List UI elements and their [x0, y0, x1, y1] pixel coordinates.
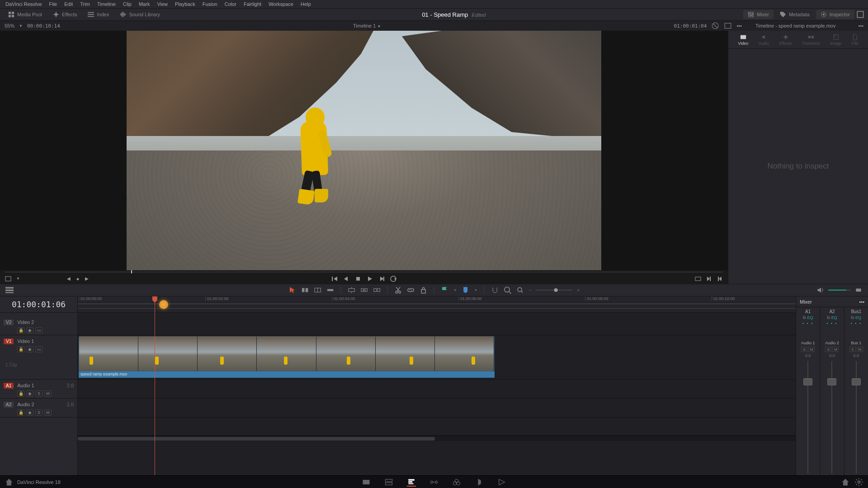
- snap-button[interactable]: [491, 286, 499, 294]
- replace-clip-button[interactable]: [373, 286, 381, 294]
- out-point-icon[interactable]: [716, 275, 723, 282]
- menu-color[interactable]: Color: [221, 1, 240, 7]
- insert-clip-button[interactable]: [348, 286, 356, 294]
- flag-button[interactable]: [441, 286, 449, 294]
- timeline-name-dropdown[interactable]: Timeline 1 ▼: [353, 23, 381, 28]
- effects-button[interactable]: Effects: [48, 10, 81, 19]
- project-settings-icon[interactable]: [841, 478, 850, 487]
- selection-tool[interactable]: [288, 286, 297, 294]
- track-lane-a1[interactable]: [78, 380, 796, 399]
- menu-clip[interactable]: Clip: [119, 1, 135, 7]
- marker-button[interactable]: [462, 286, 470, 294]
- track-lane-a2[interactable]: [78, 399, 796, 418]
- inspector-tab-audio[interactable]: Audio: [756, 33, 772, 47]
- loop-button[interactable]: [390, 275, 397, 282]
- prev-edit-icon[interactable]: ◀: [65, 275, 72, 282]
- track-enable-button[interactable]: ◉: [26, 346, 33, 352]
- solo-button[interactable]: S: [849, 347, 856, 352]
- media-pool-button[interactable]: Media Pool: [4, 10, 47, 19]
- video-clip[interactable]: [79, 336, 495, 371]
- options-icon-2[interactable]: •••: [858, 23, 863, 28]
- track-arm-button[interactable]: ◉: [26, 390, 33, 397]
- zoom-slider[interactable]: [536, 290, 572, 291]
- fullscreen-button[interactable]: [856, 10, 864, 19]
- bypass-icon[interactable]: [711, 22, 719, 30]
- mixer-channel-bus1[interactable]: Bus1 fx EQ • • • Bus 1 SM 0.0: [844, 307, 868, 475]
- solo-button[interactable]: S: [825, 347, 831, 352]
- menu-view[interactable]: View: [153, 1, 171, 7]
- track-visible-button[interactable]: ▭: [35, 327, 42, 333]
- volume-slider[interactable]: [828, 290, 851, 291]
- stop-button[interactable]: [354, 275, 362, 282]
- menu-edit[interactable]: Edit: [61, 1, 76, 7]
- solo-button[interactable]: S: [801, 347, 807, 352]
- sound-library-button[interactable]: Sound Library: [115, 10, 165, 19]
- timecode-display[interactable]: 01:00:01:06: [0, 296, 77, 313]
- track-visible-button[interactable]: ▭: [35, 346, 42, 352]
- fader[interactable]: [851, 361, 862, 474]
- track-lane-v1[interactable]: speed ramp example.mov: [78, 335, 796, 380]
- search-dropdown-icon[interactable]: [516, 286, 524, 294]
- play-button[interactable]: [366, 275, 373, 282]
- viewer-scrubber[interactable]: [5, 270, 723, 273]
- blade-tool[interactable]: [326, 286, 335, 294]
- chevron-down-icon[interactable]: ▼: [19, 24, 23, 28]
- menu-app[interactable]: DaVinci Resolve: [2, 1, 46, 7]
- track-enable-button[interactable]: ◉: [26, 327, 33, 333]
- mute-button[interactable]: M: [44, 409, 52, 416]
- mixer-channel-a1[interactable]: A1 fx EQ • • • Audio 1 SM 0.0: [796, 307, 820, 475]
- timeline-view-icon[interactable]: [5, 286, 14, 294]
- inspector-tab-transition[interactable]: Transition: [799, 33, 822, 47]
- mute-button[interactable]: M: [832, 347, 839, 352]
- inspector-tab-effects[interactable]: Effects: [777, 33, 794, 47]
- marker-dot-icon[interactable]: ●: [74, 275, 81, 282]
- viewer-canvas[interactable]: [0, 31, 728, 270]
- menu-file[interactable]: File: [46, 1, 61, 7]
- inspector-button[interactable]: Inspector: [816, 10, 854, 19]
- track-tag-v1[interactable]: V1: [4, 338, 14, 344]
- viewer-options-icon[interactable]: [5, 275, 12, 282]
- metadata-button[interactable]: Metadata: [775, 10, 814, 19]
- playhead[interactable]: [155, 296, 155, 475]
- lock-icon[interactable]: 🔒: [17, 346, 24, 352]
- lock-button[interactable]: [420, 286, 428, 294]
- fader[interactable]: [802, 361, 813, 474]
- deliver-page-button[interactable]: [497, 478, 506, 487]
- track-tag-a1[interactable]: A1: [4, 383, 14, 389]
- search-button[interactable]: [503, 286, 511, 294]
- track-header-v1[interactable]: V1Video 1 🔒◉▭ 1 Clip: [0, 335, 77, 380]
- track-arm-button[interactable]: ◉: [26, 409, 33, 416]
- mixer-button[interactable]: Mixer: [743, 10, 774, 19]
- menu-workspace[interactable]: Workspace: [265, 1, 297, 7]
- dim-icon[interactable]: [854, 286, 863, 294]
- mute-icon[interactable]: [816, 286, 825, 294]
- options-icon[interactable]: •••: [859, 299, 864, 305]
- home-icon[interactable]: [5, 478, 14, 487]
- overwrite-clip-button[interactable]: [360, 286, 368, 294]
- in-point-icon[interactable]: [705, 275, 712, 282]
- cut-page-button[interactable]: [384, 478, 393, 487]
- first-frame-button[interactable]: [331, 275, 338, 282]
- track-header-a2[interactable]: A2Audio 22.0 🔒◉SM: [0, 399, 77, 418]
- mute-button[interactable]: M: [808, 347, 815, 352]
- menu-trim[interactable]: Trim: [76, 1, 94, 7]
- solo-button[interactable]: S: [35, 390, 42, 397]
- solo-button[interactable]: S: [35, 409, 42, 416]
- mixer-channel-a2[interactable]: A2 fx EQ • • • Audio 2 SM 0.0: [820, 307, 844, 475]
- menu-fairlight[interactable]: Fairlight: [240, 1, 265, 7]
- media-page-button[interactable]: [362, 478, 371, 487]
- menu-mark[interactable]: Mark: [135, 1, 153, 7]
- track-lane-v2[interactable]: [78, 316, 796, 335]
- dynamic-trim-tool[interactable]: [314, 286, 322, 294]
- menu-fusion[interactable]: Fusion: [199, 1, 221, 7]
- track-lanes[interactable]: 01:00:00:00 01:00:02:00 01:00:04:00 01:0…: [78, 296, 796, 475]
- fader[interactable]: [826, 361, 837, 474]
- inspector-tab-image[interactable]: Image: [827, 33, 844, 47]
- mute-button[interactable]: M: [44, 390, 52, 397]
- next-frame-button[interactable]: [378, 275, 385, 282]
- index-button[interactable]: Index: [83, 10, 113, 19]
- match-frame-icon[interactable]: [694, 275, 702, 282]
- next-edit-icon[interactable]: ▶: [83, 275, 90, 282]
- menu-timeline[interactable]: Timeline: [94, 1, 119, 7]
- link-button[interactable]: [407, 286, 415, 294]
